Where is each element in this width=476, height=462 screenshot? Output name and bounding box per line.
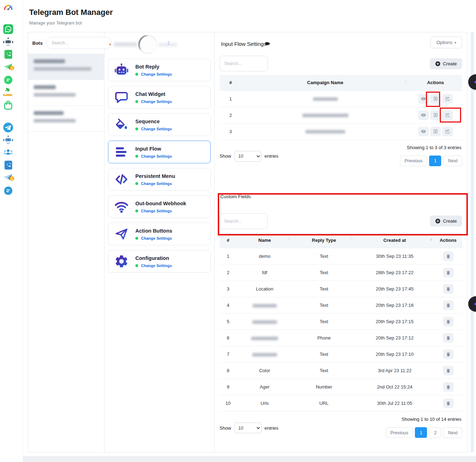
main-panel: Input Flow Settings Options▾ Create # Ca… bbox=[215, 32, 467, 452]
delete-button[interactable] bbox=[443, 317, 454, 326]
custom-fields-summary: Showing 1 to 10 of 14 entries bbox=[402, 417, 462, 422]
contacts-green-icon[interactable] bbox=[3, 49, 13, 60]
setting-card-configuration[interactable]: ConfigurationChange Settings bbox=[108, 250, 211, 273]
delete-button[interactable] bbox=[443, 398, 454, 408]
input-flow-table: # Campaign Name↑↓ Actions 123 bbox=[220, 75, 462, 140]
setting-card-persistent-menu[interactable]: Persistent MenuChange Settings bbox=[108, 168, 211, 191]
change-settings-link[interactable]: Change Settings bbox=[141, 99, 172, 104]
redacted-campaign-name bbox=[302, 114, 348, 117]
page-button-1[interactable]: 1 bbox=[429, 156, 441, 166]
custom-fields-create-button[interactable]: Create bbox=[430, 216, 462, 227]
status-dot bbox=[135, 100, 138, 103]
ai-assistant-fab[interactable]: ✦✦ bbox=[468, 74, 476, 90]
page-button-2[interactable]: 2 bbox=[429, 427, 441, 438]
reply-type: Text bbox=[293, 265, 355, 281]
delete-button[interactable] bbox=[443, 382, 454, 392]
speed-test-icon[interactable] bbox=[3, 3, 13, 13]
scrollbar-track[interactable] bbox=[471, 32, 474, 452]
status-dot bbox=[135, 73, 138, 76]
created-at: 30th Jul 22 11:05 bbox=[355, 395, 434, 412]
view-button[interactable] bbox=[418, 110, 429, 120]
export-button[interactable] bbox=[430, 110, 441, 120]
options-button[interactable]: Options▾ bbox=[431, 37, 462, 48]
next-page-button[interactable]: Next bbox=[443, 156, 462, 166]
flow-create-button[interactable]: Create bbox=[430, 58, 462, 69]
contacts-blue-icon[interactable] bbox=[3, 160, 13, 170]
col-header-campaign-name[interactable]: Campaign Name↑↓ bbox=[242, 75, 409, 91]
redacted-bot-username bbox=[34, 119, 76, 123]
setting-card-input-flow[interactable]: Input FlowChange Settings bbox=[108, 141, 211, 163]
integrations-green-icon[interactable] bbox=[3, 87, 13, 97]
edit-button[interactable] bbox=[442, 127, 453, 136]
row-number: 6 bbox=[220, 330, 237, 346]
flow-page-size-select[interactable]: 10 bbox=[234, 151, 261, 162]
redacted-bot-username bbox=[34, 67, 91, 71]
col-header-actions: Actions bbox=[434, 233, 462, 248]
bot-list-item[interactable] bbox=[28, 80, 104, 106]
custom-fields-page-size-select[interactable]: 10 bbox=[234, 423, 261, 433]
setting-card-action-buttons[interactable]: Action ButtonsChange Settings bbox=[108, 223, 211, 245]
export-button[interactable] bbox=[430, 127, 441, 136]
setting-card-out-bound-webhook[interactable]: Out-bound WebhookChange Settings bbox=[108, 195, 211, 218]
delete-button[interactable] bbox=[443, 366, 454, 375]
change-settings-link[interactable]: Change Settings bbox=[141, 236, 172, 240]
flow-pagination: Previous1Next bbox=[400, 156, 462, 166]
change-settings-link[interactable]: Change Settings bbox=[141, 209, 172, 213]
change-settings-link[interactable]: Change Settings bbox=[141, 154, 172, 158]
page-button-1[interactable]: 1 bbox=[415, 427, 427, 438]
created-at: 28th Sep 23 17:22 bbox=[355, 265, 434, 281]
audience-blue-icon[interactable] bbox=[3, 147, 13, 158]
shop-green-icon[interactable] bbox=[3, 100, 13, 110]
view-button[interactable] bbox=[418, 127, 429, 136]
change-settings-link[interactable]: Change Settings bbox=[141, 72, 172, 76]
view-button[interactable] bbox=[418, 94, 429, 104]
setting-card-bot-reply[interactable]: Bot ReplyChange Settings bbox=[108, 59, 211, 81]
table-row: 3LocationText20th Sep 23 17:45 bbox=[220, 281, 462, 297]
delete-button[interactable] bbox=[443, 333, 454, 343]
setting-card-title: Bot Reply bbox=[135, 64, 172, 70]
bots-panel: Bots bbox=[28, 32, 104, 452]
input-flow-icon bbox=[114, 145, 129, 159]
table-row: 1demoText30th Sep 23 11:35 bbox=[220, 248, 462, 265]
bot-list-item[interactable] bbox=[28, 106, 104, 132]
redacted-field-name bbox=[252, 353, 277, 357]
change-settings-link[interactable]: Change Settings bbox=[141, 181, 172, 186]
edit-button[interactable] bbox=[442, 94, 453, 104]
ai-assistant-fab[interactable]: ✦✦ bbox=[468, 296, 476, 312]
chat-green-icon[interactable] bbox=[3, 75, 13, 85]
setting-card-chat-widget[interactable]: Chat WidgetChange Settings bbox=[108, 86, 211, 109]
previous-page-button[interactable]: Previous bbox=[400, 156, 427, 166]
content-box: Bots : Bot ReplyChange SettingsChat Widg… bbox=[28, 32, 467, 452]
flow-search-input[interactable] bbox=[220, 56, 268, 71]
col-header-name[interactable]: Name↑↓ bbox=[237, 233, 293, 248]
chatbot-blue-icon[interactable] bbox=[3, 135, 13, 145]
bot-avatar bbox=[135, 32, 160, 56]
delete-button[interactable] bbox=[443, 300, 454, 310]
status-dot bbox=[135, 155, 138, 158]
next-page-button[interactable]: Next bbox=[443, 427, 462, 438]
custom-fields-search-input[interactable] bbox=[220, 213, 268, 229]
field-name bbox=[237, 346, 293, 363]
change-settings-link[interactable]: Change Settings bbox=[141, 263, 172, 268]
delete-button[interactable] bbox=[443, 349, 454, 359]
chatbot-icon[interactable] bbox=[3, 37, 13, 47]
delete-button[interactable] bbox=[443, 268, 454, 277]
edit-button[interactable] bbox=[442, 110, 453, 120]
flow-summary: Showing 1 to 3 of 3 entries bbox=[407, 145, 462, 150]
created-at: 2nd Oct 22 15:24 bbox=[355, 379, 434, 395]
previous-page-button[interactable]: Previous bbox=[386, 427, 413, 438]
bot-list-item[interactable] bbox=[28, 54, 104, 80]
delete-button[interactable] bbox=[443, 251, 454, 261]
export-button[interactable] bbox=[430, 94, 441, 104]
col-header-created-at[interactable]: Created at↑↓ bbox=[355, 233, 434, 248]
change-settings-link[interactable]: Change Settings bbox=[141, 127, 172, 131]
col-header-reply-type[interactable]: Reply Type↑↓ bbox=[293, 233, 355, 248]
status-dot bbox=[135, 127, 138, 130]
whatsapp-icon[interactable] bbox=[3, 24, 13, 34]
bots-search-input[interactable] bbox=[46, 37, 112, 49]
setting-card-sequence[interactable]: SequenceChange Settings bbox=[108, 113, 211, 136]
redacted-field-name bbox=[253, 304, 277, 308]
delete-button[interactable] bbox=[443, 284, 454, 294]
chat-blue-icon[interactable] bbox=[3, 185, 13, 196]
telegram-icon[interactable] bbox=[3, 122, 13, 133]
